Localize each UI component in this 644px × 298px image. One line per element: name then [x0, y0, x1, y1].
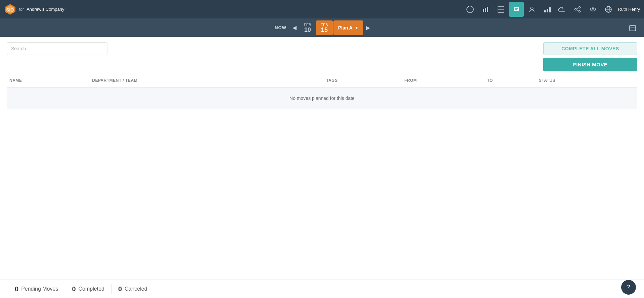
plan-label: Plan A	[338, 25, 353, 31]
footer-bar: 0 Pending Moves 0 Completed 0 Canceled ?	[0, 280, 644, 298]
help-button[interactable]: ?	[621, 280, 636, 295]
svg-point-14	[531, 7, 533, 10]
date-feb10-day: 10	[304, 27, 311, 33]
canceled-count: 0	[118, 285, 122, 293]
svg-line-22	[577, 8, 579, 9]
svg-rect-17	[549, 7, 551, 12]
completed-label: Completed	[79, 286, 104, 292]
date-feb-15[interactable]: Feb 15	[316, 20, 333, 35]
complete-all-moves-button[interactable]: COMPLETE ALL MOVES	[543, 42, 637, 55]
table-header: NAME DEPARTMENT / TEAM TAGS FROM TO STAT…	[7, 74, 637, 87]
pending-label: Pending Moves	[21, 286, 58, 292]
cloud-upload-icon[interactable]	[555, 2, 569, 17]
toolbar-actions: COMPLETE ALL MOVES FINISH MOVE	[543, 42, 637, 71]
siq-logo-icon: SiQ	[4, 3, 16, 15]
alert-nav-icon[interactable]: !	[463, 2, 477, 17]
prev-date-arrow[interactable]: ◀	[290, 22, 299, 33]
help-icon: ?	[627, 284, 630, 291]
toolbar-row: COMPLETE ALL MOVES FINISH MOVE	[0, 37, 644, 74]
main-content: COMPLETE ALL MOVES FINISH MOVE NAME DEPA…	[0, 37, 644, 280]
pending-moves-stat: 0 Pending Moves	[8, 285, 65, 293]
floorplan-nav-icon[interactable]	[494, 2, 508, 17]
svg-rect-6	[485, 8, 486, 12]
empty-state-row: No moves planned for this date	[7, 87, 637, 109]
svg-rect-15	[544, 10, 546, 12]
col-to: TO	[484, 74, 536, 87]
svg-text:!: !	[470, 7, 471, 12]
datebar: NOW ◀ Feb 10 Feb 15 Plan A ▼ ▶	[0, 18, 644, 37]
svg-line-23	[577, 10, 579, 11]
svg-point-20	[575, 8, 577, 10]
col-status: STATUS	[536, 74, 637, 87]
moves-nav-icon[interactable]	[509, 2, 524, 17]
finish-move-button[interactable]: FINISH MOVE	[543, 58, 637, 71]
people-nav-icon[interactable]	[524, 2, 539, 17]
svg-rect-5	[483, 9, 484, 12]
chart-nav-icon[interactable]	[478, 2, 493, 17]
col-name: NAME	[7, 74, 89, 87]
pending-count: 0	[15, 285, 18, 293]
brand-company-label: Andrew's Company	[27, 7, 64, 12]
completed-count: 0	[72, 285, 76, 293]
svg-text:SiQ: SiQ	[6, 7, 14, 12]
svg-rect-16	[547, 9, 548, 12]
svg-rect-7	[487, 7, 488, 12]
svg-point-19	[579, 6, 581, 8]
analytics-nav-icon[interactable]	[540, 2, 555, 17]
user-name-label[interactable]: Ruth Henry	[618, 7, 640, 12]
svg-point-24	[590, 8, 596, 11]
empty-state-message: No moves planned for this date	[7, 87, 637, 109]
now-button[interactable]: NOW	[271, 23, 290, 32]
completed-stat: 0 Completed	[65, 285, 111, 293]
svg-point-21	[579, 10, 581, 12]
plan-a-button[interactable]: Plan A ▼	[333, 20, 363, 35]
share-icon[interactable]	[570, 2, 585, 17]
svg-point-25	[592, 8, 594, 10]
calendar-icon[interactable]	[625, 20, 640, 35]
search-input[interactable]	[7, 42, 107, 55]
canceled-stat: 0 Canceled	[111, 285, 154, 293]
eye-icon[interactable]	[586, 2, 600, 17]
svg-rect-29	[630, 25, 636, 31]
navbar: SiQ SiQ for Andrew's Company !	[0, 0, 644, 18]
date-feb-10[interactable]: Feb 10	[299, 20, 316, 35]
col-tags: TAGS	[323, 74, 402, 87]
brand-for-label: for	[19, 7, 24, 12]
plan-chevron-icon: ▼	[355, 25, 359, 30]
svg-rect-11	[514, 7, 519, 11]
col-from: FROM	[402, 74, 484, 87]
canceled-label: Canceled	[125, 286, 147, 292]
date-feb15-month: Feb	[321, 23, 328, 27]
brand: SiQ SiQ for Andrew's Company	[4, 3, 463, 15]
moves-table-container: NAME DEPARTMENT / TEAM TAGS FROM TO STAT…	[0, 74, 644, 280]
col-department: DEPARTMENT / TEAM	[89, 74, 323, 87]
date-feb10-month: Feb	[304, 23, 311, 27]
moves-table: NAME DEPARTMENT / TEAM TAGS FROM TO STAT…	[7, 74, 637, 109]
next-date-arrow[interactable]: ▶	[363, 22, 373, 33]
date-feb15-day: 15	[321, 27, 328, 33]
globe-icon[interactable]	[601, 2, 616, 17]
